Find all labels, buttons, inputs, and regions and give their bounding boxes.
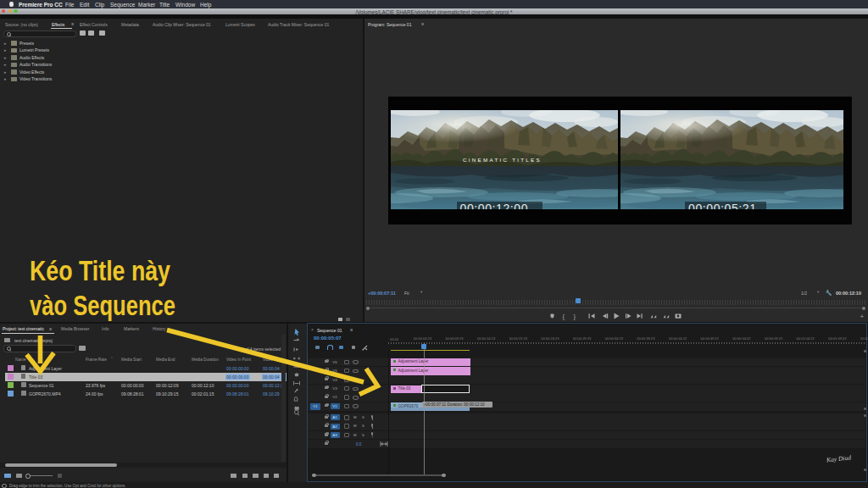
svg-text:}: } — [574, 313, 576, 320]
svg-text:+: + — [860, 313, 865, 320]
svg-text:{: { — [563, 313, 565, 320]
